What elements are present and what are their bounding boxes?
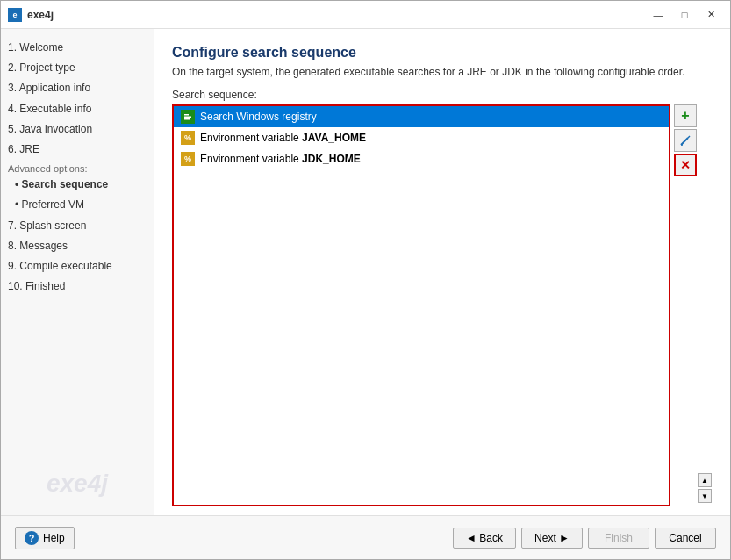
sidebar-item-project-type[interactable]: 2. Project type [1,58,154,78]
help-icon: ? [25,531,39,545]
help-label: Help [43,532,65,544]
svg-rect-3 [184,118,190,120]
back-button[interactable]: ◄ Back [453,528,516,549]
svg-rect-2 [184,117,191,118]
registry-icon [181,110,195,124]
app-icon: e [8,8,22,22]
title-controls: — □ ✕ [646,6,723,24]
edit-button[interactable] [674,129,697,152]
title-bar-left: e exe4j [8,8,54,22]
minimize-button[interactable]: — [646,6,670,24]
help-button[interactable]: ? Help [15,527,75,549]
main-title: Configure search sequence [172,45,713,61]
seq-text-java-home: Environment variable JAVA_HOME [200,132,366,144]
env-icon-java: % [181,131,195,145]
env-icon-jdk: % [181,152,195,166]
sidebar-item-welcome[interactable]: 1. Welcome [1,38,154,58]
sequence-container: Search Windows registry % Environment va… [172,104,697,506]
finish-button[interactable]: Finish [588,528,649,549]
sidebar-item-compile[interactable]: 9. Compile executable [1,256,154,276]
sidebar-item-exe-info[interactable]: 4. Executable info [1,99,154,119]
sidebar-item-messages[interactable]: 8. Messages [1,236,154,256]
bottom-bar: ? Help ◄ Back Next ► Finish Cancel [1,515,730,559]
sidebar-item-finished[interactable]: 10. Finished [1,276,154,297]
main-content-row: Search Windows registry % Environment va… [172,104,713,515]
remove-button[interactable]: ✕ [674,154,697,176]
title-bar: e exe4j — □ ✕ [1,1,730,29]
sidebar-item-splash[interactable]: 7. Splash screen [1,216,154,236]
sidebar-advanced-label: Advanced options: [1,160,154,175]
sidebar-item-jre[interactable]: 6. JRE [1,140,154,160]
sidebar-watermark: exe4j [47,470,108,498]
close-button[interactable]: ✕ [699,6,723,24]
scrollbar-area: ▲ ▼ [697,104,713,506]
add-button[interactable]: + [674,104,697,127]
bottom-left: ? Help [15,527,75,549]
svg-line-5 [688,136,690,138]
cancel-button[interactable]: Cancel [655,528,716,549]
svg-line-4 [681,138,688,145]
sidebar: 1. Welcome 2. Project type 3. Applicatio… [1,29,154,515]
main-description: On the target system, the generated exec… [172,66,713,78]
main-panel: Configure search sequence On the target … [154,29,730,515]
scroll-down-button[interactable]: ▼ [698,489,712,503]
seq-item-registry[interactable]: Search Windows registry [174,106,669,127]
content-area: 1. Welcome 2. Project type 3. Applicatio… [1,29,730,515]
maximize-button[interactable]: □ [672,6,697,24]
sidebar-item-java-invoke[interactable]: 5. Java invocation [1,119,154,140]
side-buttons: + ✕ [674,104,697,506]
sidebar-item-preferred-vm[interactable]: • Preferred VM [1,195,154,215]
sequence-area: Search Windows registry % Environment va… [172,104,697,506]
seq-item-jdk-home[interactable]: % Environment variable JDK_HOME [174,148,669,169]
scroll-up-button[interactable]: ▲ [698,473,712,487]
sidebar-item-app-info[interactable]: 3. Application info [1,78,154,98]
svg-rect-1 [184,114,189,116]
sequence-list[interactable]: Search Windows registry % Environment va… [174,106,669,505]
sequence-list-wrapper: Search Windows registry % Environment va… [172,104,670,506]
seq-item-java-home[interactable]: % Environment variable JAVA_HOME [174,127,669,148]
window-title: exe4j [27,9,54,21]
main-window: e exe4j — □ ✕ 1. Welcome 2. Project type… [0,0,731,560]
next-button[interactable]: Next ► [521,528,583,549]
seq-text-jdk-home: Environment variable JDK_HOME [200,153,361,165]
bottom-right: ◄ Back Next ► Finish Cancel [453,528,716,549]
sidebar-item-search-seq[interactable]: • Search sequence [1,175,154,195]
seq-text-registry: Search Windows registry [200,111,317,123]
sequence-label: Search sequence: [172,89,713,101]
